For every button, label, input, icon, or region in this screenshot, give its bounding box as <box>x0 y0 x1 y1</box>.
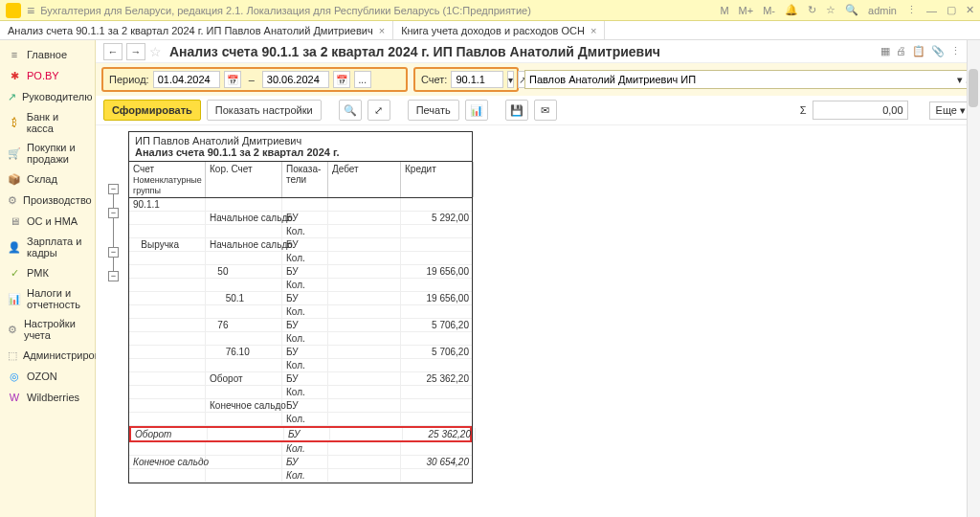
email-button[interactable]: ✉ <box>534 100 557 121</box>
tool-icon[interactable]: ⋮ <box>950 45 961 57</box>
report-row[interactable]: 90.1.1 <box>129 198 472 212</box>
report-row[interactable]: Конечное сальдоБУ <box>129 399 472 413</box>
sidebar-item[interactable]: ⬚Администрирование <box>0 345 95 366</box>
expand-button[interactable]: ⤢ <box>368 100 390 121</box>
org-input[interactable] <box>525 71 955 88</box>
period-select-button[interactable]: ... <box>354 71 371 88</box>
collapse-node[interactable]: − <box>108 271 119 281</box>
m-button[interactable]: M <box>720 5 728 16</box>
dropdown-icon[interactable]: ▾ <box>507 71 514 88</box>
m-plus-button[interactable]: M+ <box>739 5 754 16</box>
report-row[interactable]: Кол. <box>129 386 472 399</box>
report-row[interactable]: Кол. <box>129 469 472 483</box>
report-row[interactable]: Кол. <box>129 442 472 456</box>
close-icon[interactable]: ✕ <box>966 4 974 16</box>
report-row[interactable]: Кол. <box>129 359 472 372</box>
chart-button[interactable]: 📊 <box>465 100 488 121</box>
nav-forward-button[interactable]: → <box>126 43 145 60</box>
collapse-node[interactable]: − <box>108 247 119 258</box>
options-icon[interactable]: ⋮ <box>906 4 917 16</box>
sidebar-label: Производство <box>23 194 92 206</box>
report-row[interactable]: Кол. <box>129 225 472 238</box>
collapse-node[interactable]: − <box>108 184 119 194</box>
tab-analysis[interactable]: Анализ счета 90.1.1 за 2 квартал 2024 г.… <box>0 21 393 39</box>
report-row[interactable]: Кол. <box>129 305 472 319</box>
report-row[interactable]: 50.1БУ19 656,00 <box>129 292 472 305</box>
minimize-icon[interactable]: — <box>926 5 937 16</box>
sidebar-label: РМК <box>27 267 49 279</box>
star-icon[interactable]: ☆ <box>826 4 835 16</box>
report-toolbar: Сформировать Показать настройки 🔍 ⤢ Печа… <box>96 96 980 125</box>
report-row[interactable]: 50БУ19 656,00 <box>129 265 472 279</box>
account-label: Счет: <box>421 74 447 85</box>
tool-icon[interactable]: ▦ <box>880 45 890 57</box>
main-menu-icon[interactable]: ≡ <box>27 3 34 18</box>
tab-close-icon[interactable]: × <box>379 25 385 36</box>
sidebar-item[interactable]: 📊Налоги и отчетность <box>0 283 95 314</box>
show-settings-button[interactable]: Показать настройки <box>207 100 322 121</box>
report-headers: СчетНоменклатурные группы Кор. Счет Пока… <box>129 161 472 198</box>
sidebar-icon: ◎ <box>8 370 21 383</box>
sidebar-label: Зарплата и кадры <box>27 236 87 258</box>
bell-icon[interactable]: 🔔 <box>785 4 798 16</box>
sidebar-item[interactable]: ⚙Настройки учета <box>0 314 95 345</box>
sidebar-item[interactable]: ⚙Производство <box>0 190 95 211</box>
sidebar-item[interactable]: 📦Склад <box>0 169 95 190</box>
form-button[interactable]: Сформировать <box>103 100 201 121</box>
tool-icon[interactable]: 🖨 <box>896 45 906 57</box>
sidebar-item[interactable]: ↗Руководителю <box>0 86 95 107</box>
sidebar-label: Покупки и продажи <box>27 142 87 165</box>
sidebar-label: Настройки учета <box>24 318 87 341</box>
calendar-icon[interactable]: 📅 <box>333 71 350 88</box>
period-filter: Период: 📅 – 📅 ... <box>101 67 408 92</box>
sidebar-item[interactable]: 👤Зарплата и кадры <box>0 232 95 262</box>
sidebar-icon: 📊 <box>8 292 21 305</box>
tool-icon[interactable]: 📎 <box>931 45 945 57</box>
titlebar-right: M M+ M- 🔔 ↻ ☆ 🔍 admin ⋮ — ▢ ✕ <box>720 4 974 16</box>
search-icon[interactable]: 🔍 <box>845 4 858 16</box>
history-icon[interactable]: ↻ <box>808 4 816 16</box>
sidebar-item[interactable]: ≡Главное <box>0 44 95 65</box>
scrollbar[interactable] <box>967 40 980 517</box>
user-label[interactable]: admin <box>868 5 897 16</box>
report-row[interactable]: Кол. <box>129 413 472 426</box>
report-area[interactable]: − − − − ИП Павлов Анатолий Дмитриевич Ан… <box>96 125 980 517</box>
report-row[interactable]: 76БУ5 706,20 <box>129 319 472 332</box>
sidebar-icon: ≡ <box>8 48 21 61</box>
report-row[interactable]: Конечное сальдоБУ30 654,20 <box>129 456 472 469</box>
dropdown-icon[interactable]: ▾ <box>957 74 963 86</box>
nav-back-button[interactable]: ← <box>103 43 122 60</box>
search-button[interactable]: 🔍 <box>339 100 362 121</box>
app-title: Бухгалтерия для Беларуси, редакция 2.1. … <box>40 5 531 16</box>
report-row[interactable]: Кол. <box>129 332 472 346</box>
report-row[interactable]: 76.10БУ5 706,20 <box>129 346 472 359</box>
page-header: ← → ☆ Анализ счета 90.1.1 за 2 квартал 2… <box>96 40 980 63</box>
report-title: Анализ счета 90.1.1 за 2 квартал 2024 г. <box>129 146 472 161</box>
account-input[interactable] <box>451 71 503 88</box>
report-row[interactable]: ОборотБУ25 362,20 <box>129 372 472 386</box>
save-button[interactable]: 💾 <box>505 100 528 121</box>
maximize-icon[interactable]: ▢ <box>947 4 956 16</box>
sidebar-item[interactable]: 🖥ОС и НМА <box>0 211 95 232</box>
print-button[interactable]: Печать <box>408 100 459 121</box>
sidebar-item[interactable]: 🛒Покупки и продажи <box>0 138 95 169</box>
sidebar-item[interactable]: ◎OZON <box>0 366 95 387</box>
tab-close-icon[interactable]: × <box>590 25 596 36</box>
sidebar-item[interactable]: ✓РМК <box>0 262 95 283</box>
report-row[interactable]: Кол. <box>129 279 472 292</box>
date-to-input[interactable] <box>262 71 329 88</box>
tool-icon[interactable]: 📋 <box>912 45 925 57</box>
sidebar-item[interactable]: ✱PO.BY <box>0 65 95 86</box>
m-minus-button[interactable]: M- <box>763 5 775 16</box>
sidebar-item[interactable]: ₿Банк и касса <box>0 107 95 138</box>
report-row-highlight[interactable]: Оборот БУ 25 362,20 <box>129 426 472 442</box>
report-row[interactable]: ВыручкаНачальное сальдоБУ <box>129 238 472 252</box>
date-from-input[interactable] <box>153 71 220 88</box>
favorite-icon[interactable]: ☆ <box>149 44 162 59</box>
tab-kudir[interactable]: Книга учета доходов и расходов ОСН × <box>393 21 605 39</box>
calendar-icon[interactable]: 📅 <box>224 71 241 88</box>
collapse-node[interactable]: − <box>108 208 119 218</box>
sidebar-item[interactable]: WWildberries <box>0 387 95 408</box>
report-row[interactable]: Кол. <box>129 252 472 265</box>
report-row[interactable]: Начальное сальдоБУ5 292,00 <box>129 212 472 225</box>
